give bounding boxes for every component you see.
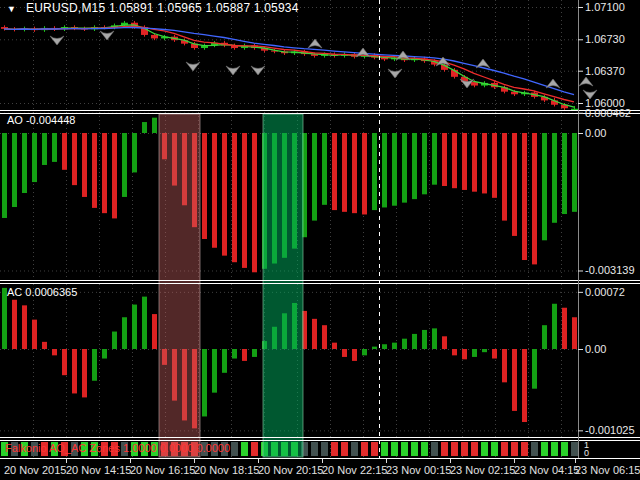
histogram-bar xyxy=(482,349,487,352)
semaphore-arrow-down-icon xyxy=(100,31,114,40)
semaphore-arrow-up-icon xyxy=(546,79,560,88)
zone-strip-cell xyxy=(351,442,358,456)
histogram-bar xyxy=(242,349,247,361)
zone-strip-cell xyxy=(371,442,378,456)
histogram-bar xyxy=(492,133,497,198)
histogram-bar xyxy=(452,133,457,188)
histogram-bar xyxy=(422,330,427,349)
time-axis-label: 20 Nov 22:15 xyxy=(322,464,387,476)
trading-chart-window: ▼ EURUSD,M15 1.05891 1.05965 1.05887 1.0… xyxy=(0,0,640,480)
histogram-bar xyxy=(312,319,317,349)
histogram-bar xyxy=(72,349,77,393)
chart-canvas[interactable] xyxy=(0,0,640,480)
histogram-bar xyxy=(312,133,317,221)
zones-indicator-label: Falkonio AO_AC Zones 1.0000 0.0000 0.000… xyxy=(5,442,230,454)
axis-tick-label: -0.003139 xyxy=(585,264,635,276)
histogram-bar xyxy=(232,349,237,359)
histogram-bar xyxy=(372,347,377,349)
zone-strip-cell xyxy=(531,442,538,456)
zone-strip-cell xyxy=(571,442,578,456)
histogram-bar xyxy=(122,317,127,349)
time-axis-label: 20 Nov 14:15 xyxy=(66,464,131,476)
histogram-bar xyxy=(532,133,537,264)
semaphore-arrow-down-icon xyxy=(226,66,240,75)
histogram-bar xyxy=(502,349,507,382)
histogram-bar xyxy=(492,349,497,359)
histogram-bar xyxy=(452,349,457,355)
histogram-bar xyxy=(252,349,257,357)
zone-strip-cell xyxy=(331,442,338,456)
histogram-bar xyxy=(42,342,47,349)
semaphore-arrow-down-icon xyxy=(50,36,64,45)
histogram-bar xyxy=(382,344,387,349)
histogram-bar xyxy=(572,133,577,212)
histogram-bar xyxy=(402,339,407,349)
histogram-bar xyxy=(22,133,27,193)
histogram-bar xyxy=(552,133,557,223)
zone-strip-cell xyxy=(491,442,498,456)
histogram-bar xyxy=(112,332,117,349)
time-axis-label: 23 Nov 02:15 xyxy=(450,464,515,476)
histogram-bar xyxy=(252,133,257,272)
histogram-bar xyxy=(352,133,357,213)
histogram-bar xyxy=(102,349,107,359)
strip-axis-label: 0 xyxy=(584,449,589,458)
zone-strip-cell xyxy=(361,442,368,456)
zone-strip-cell xyxy=(461,442,468,456)
semaphore-arrow-up-icon xyxy=(579,77,593,86)
axis-tick-label: 0.00 xyxy=(585,343,606,355)
axis-tick-label: 1.06370 xyxy=(585,65,625,77)
histogram-bar xyxy=(352,349,357,361)
symbol-dropdown-icon[interactable]: ▼ xyxy=(7,4,16,14)
zone-strip-cell xyxy=(421,442,428,456)
histogram-bar xyxy=(342,349,347,357)
ao-indicator-label: AO -0.004448 xyxy=(7,114,76,126)
histogram-bar xyxy=(62,349,67,375)
axis-tick-label: 0.00 xyxy=(585,127,606,139)
zone-strip-cell xyxy=(551,442,558,456)
histogram-bar xyxy=(402,133,407,203)
axis-tick-label: -0.001025 xyxy=(585,424,635,436)
histogram-bar xyxy=(122,133,127,197)
histogram-bar xyxy=(132,305,137,349)
ac-indicator-label: AC 0.0006365 xyxy=(7,286,77,298)
histogram-bar xyxy=(52,349,57,355)
histogram-bar xyxy=(432,133,437,185)
histogram-bar xyxy=(12,300,17,349)
semaphore-arrow-down-icon xyxy=(251,66,265,75)
zone-strip-cell xyxy=(501,442,508,456)
time-axis-label: 23 Nov 06:15 xyxy=(575,464,640,476)
histogram-bar xyxy=(482,133,487,193)
zone-strip-cell xyxy=(431,442,438,456)
zone-strip-cell xyxy=(481,442,488,456)
axis-tick-label: 0.00072 xyxy=(585,286,625,298)
histogram-bar xyxy=(572,317,577,349)
histogram-bar xyxy=(142,122,147,133)
bullish-zone-highlight xyxy=(263,114,303,457)
zone-strip-cell xyxy=(521,442,528,456)
histogram-bar xyxy=(72,133,77,185)
histogram-bar xyxy=(232,133,237,262)
histogram-bar xyxy=(62,133,67,170)
histogram-bar xyxy=(12,133,17,207)
semaphore-arrow-down-icon xyxy=(186,62,200,71)
histogram-bar xyxy=(462,133,467,190)
histogram-bar xyxy=(392,133,397,206)
zone-strip-cell xyxy=(541,442,548,456)
histogram-bar xyxy=(562,133,567,214)
zone-strip-cell xyxy=(321,442,328,456)
zone-strip-cell xyxy=(241,442,248,456)
histogram-bar xyxy=(512,349,517,411)
zone-strip-cell xyxy=(231,442,238,456)
histogram-bar xyxy=(442,336,447,349)
histogram-bar xyxy=(542,133,547,240)
time-axis-label: 23 Nov 00:15 xyxy=(386,464,451,476)
zone-strip-cell xyxy=(311,442,318,456)
histogram-bar xyxy=(382,133,387,207)
histogram-bar xyxy=(82,133,87,197)
price-panel[interactable] xyxy=(1,21,578,113)
histogram-bar xyxy=(202,349,207,416)
histogram-bar xyxy=(322,325,327,349)
histogram-bar xyxy=(372,133,377,210)
histogram-bar xyxy=(32,133,37,182)
